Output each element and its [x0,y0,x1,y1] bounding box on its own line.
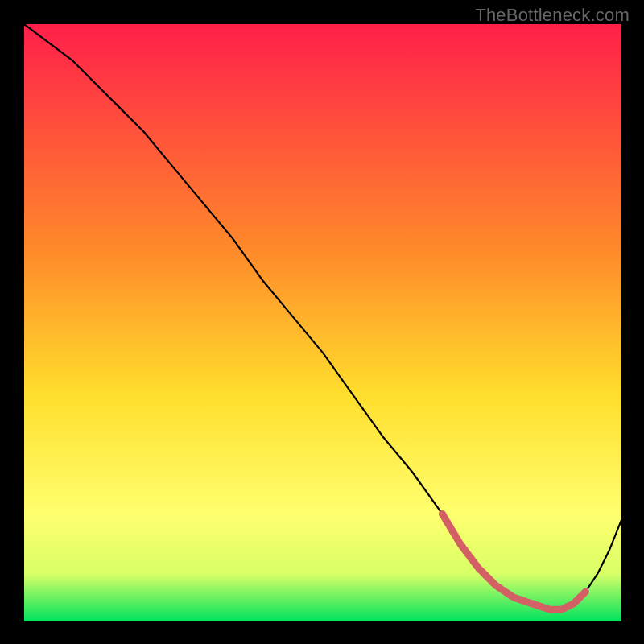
gradient-background [24,24,621,621]
chart-svg [24,24,621,621]
watermark-text: TheBottleneck.com [475,5,630,26]
chart-stage: TheBottleneck.com [0,0,644,644]
